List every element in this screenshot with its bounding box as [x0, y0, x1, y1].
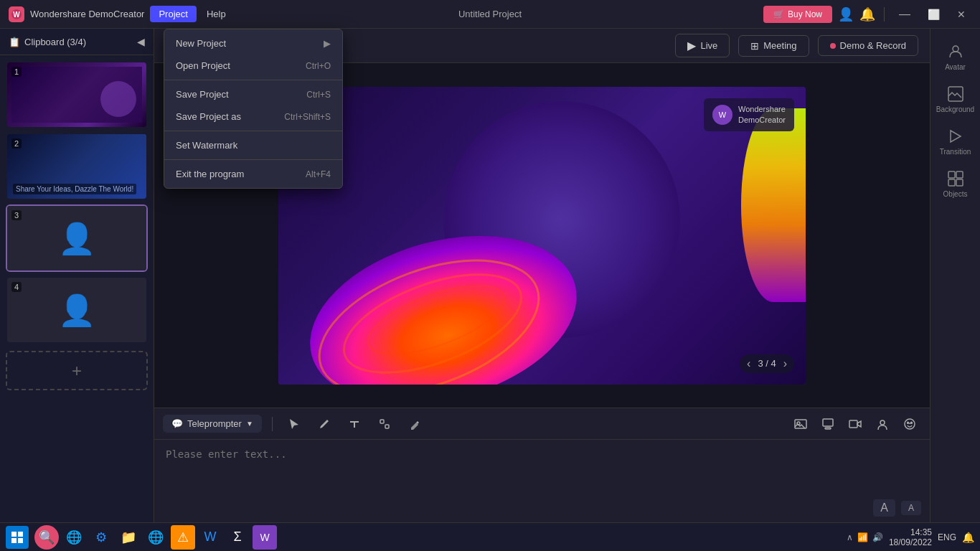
page-navigation: ‹ 3 / 4 › — [740, 354, 794, 373]
canvas-frame: W Wondershare DemoCreator ‹ 3 / 4 › — [278, 87, 806, 385]
cursor-tool-button[interactable] — [283, 413, 306, 435]
project-title: Untitled Project — [458, 9, 522, 19]
shape-tool-button[interactable] — [373, 413, 396, 435]
close-button[interactable]: ✕ — [951, 7, 971, 22]
clip-item-2[interactable]: Share Your Ideas, Dazzle The World! 2 — [6, 133, 148, 200]
project-dropdown-menu: New Project ▶ Open Project Ctrl+O Save P… — [164, 29, 343, 189]
menu-help[interactable]: Help — [198, 6, 235, 22]
svg-point-18 — [911, 422, 913, 423]
ws-logo-icon: W — [712, 105, 732, 125]
right-tool-transition[interactable]: Transition — [935, 122, 976, 161]
menu-item-save-project-as[interactable]: Save Project as Ctrl+Shift+S — [164, 105, 342, 128]
right-sidebar: Avatar Background Transition Objects — [930, 29, 980, 522]
menu-item-exit[interactable]: Exit the program Alt+F4 — [164, 163, 342, 185]
avatar-insert-button[interactable] — [871, 413, 894, 435]
svg-rect-14 — [849, 420, 857, 428]
clip-item-3[interactable]: 👤 3 — [6, 204, 148, 272]
clip-item-1[interactable]: 1 — [6, 61, 148, 128]
objects-tool-icon — [947, 170, 964, 187]
maximize-button[interactable]: ⬜ — [922, 7, 946, 22]
live-button[interactable]: ▶ Live — [675, 34, 730, 57]
clip-item-4[interactable]: 👤 4 — [6, 276, 148, 344]
taskbar-app-6[interactable]: ⚠ — [171, 525, 195, 550]
person-placeholder-icon-2: 👤 — [58, 293, 95, 328]
clip-list: 1 Share Your Ideas, Dazzle The World! 2 … — [0, 55, 154, 522]
right-tool-avatar[interactable]: Avatar — [935, 37, 976, 77]
save-project-shortcut: Ctrl+S — [306, 90, 331, 100]
title-bar-left: W Wondershare DemoCreator Project Help — [9, 6, 235, 22]
page-indicator: 3 / 4 — [758, 358, 776, 369]
font-size-controls: A A — [154, 499, 930, 522]
svg-rect-29 — [18, 538, 23, 543]
svg-point-16 — [905, 419, 915, 429]
teleprompter-toolbar: 💬 Teleprompter ▼ — [154, 408, 930, 440]
save-project-label: Save Project — [176, 89, 229, 100]
buy-now-button[interactable]: 🛒 Buy Now — [763, 6, 832, 23]
save-project-as-label: Save Project as — [176, 111, 241, 122]
minimize-button[interactable]: — — [893, 6, 916, 22]
svg-rect-12 — [823, 419, 833, 426]
menu-item-open-project[interactable]: Open Project Ctrl+O — [164, 55, 342, 77]
start-button[interactable] — [6, 526, 29, 549]
clip-number-1: 1 — [11, 67, 22, 77]
taskbar-democreator[interactable]: W — [253, 525, 277, 550]
demo-record-button[interactable]: Demo & Record — [818, 35, 918, 56]
taskbar-app-8[interactable]: Σ — [225, 525, 250, 550]
image-insert-button[interactable] — [789, 413, 812, 435]
taskbar-right: ∧ 📶 🔊 14:35 18/09/2022 ENG 🔔 — [847, 527, 974, 547]
notification-center-icon[interactable]: 🔔 — [962, 532, 974, 543]
next-page-button[interactable]: › — [783, 357, 787, 370]
clipboard-icon: 📋 — [9, 37, 20, 47]
new-project-label: New Project — [176, 38, 226, 49]
right-tools — [789, 413, 921, 435]
app-logo: W — [9, 6, 24, 22]
svg-rect-25 — [956, 179, 963, 186]
prev-page-button[interactable]: ‹ — [747, 357, 750, 370]
svg-rect-7 — [354, 421, 355, 428]
teleprompter-button[interactable]: 💬 Teleprompter ▼ — [163, 415, 262, 433]
meeting-button[interactable]: ⊞ Meeting — [738, 35, 809, 57]
transition-tool-label: Transition — [940, 148, 971, 156]
sticker-button[interactable] — [898, 413, 921, 435]
separator — [884, 7, 885, 22]
menu-item-set-watermark[interactable]: Set Watermark — [164, 134, 342, 156]
font-increase-button[interactable]: A — [873, 499, 895, 517]
taskbar-search-button[interactable]: 🔍 — [34, 525, 59, 550]
svg-rect-10 — [795, 420, 806, 428]
menu-item-new-project[interactable]: New Project ▶ — [164, 32, 342, 55]
menu-item-save-project[interactable]: Save Project Ctrl+S — [164, 83, 342, 105]
user-icon[interactable]: 👤 — [838, 6, 854, 22]
right-tool-background[interactable]: Background — [935, 80, 976, 119]
title-bar: W Wondershare DemoCreator Project Help U… — [0, 0, 980, 29]
taskbar-app-4[interactable]: 📁 — [116, 525, 141, 550]
taskbar-app-2[interactable]: 🌐 — [62, 525, 86, 550]
screen-capture-button[interactable] — [816, 413, 839, 435]
video-button[interactable] — [844, 413, 867, 435]
add-clip-button[interactable]: + — [6, 351, 148, 390]
system-clock[interactable]: 14:35 18/09/2022 — [889, 527, 932, 547]
transition-tool-icon — [947, 128, 964, 145]
svg-rect-22 — [948, 171, 955, 178]
text-tool-button[interactable] — [343, 413, 366, 435]
pen-tool-button[interactable] — [313, 413, 336, 435]
svg-point-2 — [300, 208, 587, 384]
teleprompter-dropdown-icon: ▼ — [246, 420, 253, 428]
taskbar-app-7[interactable]: W — [198, 525, 222, 550]
taskbar-app-3[interactable]: ⚙ — [89, 525, 113, 550]
svg-point-17 — [908, 422, 909, 423]
language-indicator[interactable]: ENG — [938, 532, 956, 542]
font-decrease-button[interactable]: A — [901, 501, 921, 515]
clip-number-3: 3 — [11, 210, 22, 220]
teleprompter-textarea[interactable] — [154, 440, 930, 499]
bottom-bar: 💬 Teleprompter ▼ — [154, 408, 930, 522]
left-sidebar: 📋 Clipboard (3/4) ◀ 1 — [0, 29, 154, 522]
menu-project[interactable]: Project — [150, 6, 196, 22]
svg-rect-8 — [380, 420, 384, 423]
tray-chevron-icon[interactable]: ∧ — [847, 532, 853, 542]
erase-tool-button[interactable] — [403, 413, 426, 435]
notification-icon[interactable]: 🔔 — [859, 6, 875, 22]
right-tool-objects[interactable]: Objects — [935, 164, 976, 204]
svg-rect-13 — [825, 428, 831, 429]
taskbar-chrome[interactable]: 🌐 — [143, 525, 168, 550]
collapse-sidebar-button[interactable]: ◀ — [137, 36, 145, 47]
